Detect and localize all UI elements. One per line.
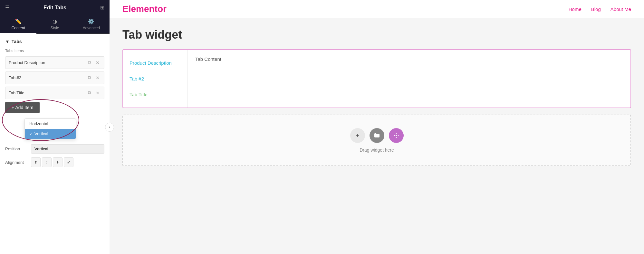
position-dropdown-menu: Horizontal ✓ Vertical — [24, 118, 76, 139]
horizontal-option-label: Horizontal — [29, 121, 48, 126]
align-bottom-button[interactable]: ⬇ — [53, 157, 62, 167]
tab-item-input-3[interactable] — [9, 90, 87, 95]
tab-item-actions-1: ⧉ ✕ — [87, 59, 101, 66]
tabs-items-label: Tabs Items — [5, 49, 104, 53]
tab-item-delete-1[interactable]: ✕ — [94, 59, 101, 66]
section-header[interactable]: ▼ Tabs — [5, 39, 104, 44]
nav-link-about[interactable]: About Me — [610, 6, 631, 12]
main-content: Tab widget Product Description Tab #2 Ta… — [110, 18, 644, 254]
tab-sidebar-item-3[interactable]: Tab Title — [123, 87, 187, 102]
style-tab-icon: ◑ — [53, 18, 57, 24]
alignment-label: Alignment — [5, 160, 31, 165]
dropdown-option-vertical[interactable]: ✓ Vertical — [25, 129, 76, 139]
alignment-row: Alignment ⬆ ↕ ⬇ ⤢ — [5, 157, 104, 167]
tab-item-delete-3[interactable]: ✕ — [94, 89, 101, 96]
site-nav: Elementor Home Blog About Me — [110, 0, 644, 18]
section-arrow: ▼ — [5, 39, 10, 44]
tab-sidebar-item-2[interactable]: Tab #2 — [123, 71, 187, 87]
drag-label: Drag widget here — [360, 147, 394, 153]
panel-content: ▼ Tabs Tabs Items ⧉ ✕ ⧉ ✕ ⧉ ✕ — [0, 34, 110, 254]
right-panel: Elementor Home Blog About Me Tab widget … — [110, 0, 644, 254]
drag-controls: + — [350, 128, 404, 143]
content-tab-icon: ✏️ — [15, 18, 22, 24]
drag-move-button[interactable] — [389, 128, 404, 143]
alignment-buttons: ⬆ ↕ ⬇ ⤢ — [31, 157, 73, 167]
tab-content-area: Tab Content — [187, 50, 630, 108]
dropdown-container: Horizontal ✓ Vertical — [5, 118, 104, 139]
position-select[interactable]: Vertical Horizontal — [31, 144, 104, 154]
tab-item-actions-2: ⧉ ✕ — [87, 74, 101, 81]
vertical-option-label: Vertical — [34, 131, 48, 136]
tab-item-delete-2[interactable]: ✕ — [94, 74, 101, 81]
add-item-button[interactable]: + Add Item — [5, 102, 40, 113]
panel-header: ☰ Edit Tabs ⊞ — [0, 0, 110, 15]
tab-advanced[interactable]: ⚙️ Advanced — [73, 15, 110, 33]
drag-area[interactable]: + Drag widget here — [122, 115, 631, 166]
position-row: Position Vertical Horizontal — [5, 144, 104, 154]
hamburger-icon[interactable]: ☰ — [5, 5, 10, 11]
position-select-wrapper: Vertical Horizontal — [31, 144, 104, 154]
tab-style[interactable]: ◑ Style — [36, 15, 73, 33]
tab-item-copy-1[interactable]: ⧉ — [87, 59, 92, 66]
site-logo: Elementor — [122, 4, 167, 14]
tab-content-text: Tab Content — [195, 56, 221, 62]
align-top-button[interactable]: ⬆ — [31, 157, 41, 167]
tab-item-input-2[interactable] — [9, 75, 87, 80]
align-middle-button[interactable]: ↕ — [42, 157, 52, 167]
tab-item-actions-3: ⧉ ✕ — [87, 89, 101, 96]
vertical-check-icon: ✓ — [29, 132, 33, 136]
tab-item-row-2: ⧉ ✕ — [5, 71, 104, 84]
panel-tabs: ✏️ Content ◑ Style ⚙️ Advanced — [0, 15, 110, 34]
tab-item-copy-2[interactable]: ⧉ — [87, 74, 92, 81]
grid-icon[interactable]: ⊞ — [100, 5, 104, 11]
panel-title: Edit Tabs — [10, 5, 100, 11]
nav-link-home[interactable]: Home — [569, 6, 582, 12]
collapse-panel-button[interactable]: ‹ — [105, 123, 114, 132]
tab-sidebar-item-1[interactable]: Product Description — [123, 55, 187, 71]
align-stretch-button[interactable]: ⤢ — [64, 157, 73, 167]
tab-item-copy-3[interactable]: ⧉ — [87, 89, 92, 96]
advanced-tab-label: Advanced — [83, 26, 100, 30]
left-panel: ☰ Edit Tabs ⊞ ✏️ Content ◑ Style ⚙️ Adva… — [0, 0, 110, 254]
page-title: Tab widget — [122, 28, 631, 42]
nav-link-blog[interactable]: Blog — [591, 6, 601, 12]
tab-content[interactable]: ✏️ Content — [0, 15, 36, 33]
style-tab-label: Style — [51, 26, 59, 30]
advanced-tab-icon: ⚙️ — [88, 18, 94, 24]
section-title: Tabs — [12, 39, 22, 44]
tab-sidebar: Product Description Tab #2 Tab Title — [123, 50, 187, 108]
site-nav-links: Home Blog About Me — [569, 6, 631, 12]
tab-item-row-3: ⧉ ✕ — [5, 87, 104, 99]
tab-widget-container: Product Description Tab #2 Tab Title Tab… — [122, 49, 631, 108]
position-label: Position — [5, 146, 31, 151]
dropdown-option-horizontal[interactable]: Horizontal — [25, 119, 76, 129]
drag-folder-button[interactable] — [370, 128, 384, 143]
drag-add-button[interactable]: + — [350, 128, 365, 143]
content-tab-label: Content — [12, 26, 25, 30]
tab-item-input-1[interactable] — [9, 60, 87, 65]
tab-item-row-1: ⧉ ✕ — [5, 56, 104, 69]
